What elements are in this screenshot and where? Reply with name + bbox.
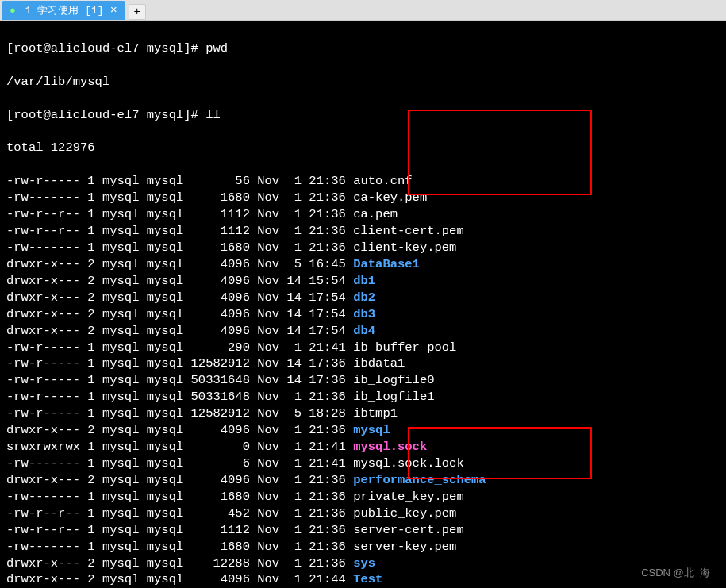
file-name: ca.pem [353, 207, 398, 221]
terminal[interactable]: [root@alicloud-el7 mysql]# pwd /var/lib/… [0, 21, 726, 588]
file-attrs: -rw------- 1 mysql mysql 1680 Nov 1 21:3… [6, 190, 353, 205]
list-item: -rw-r----- 1 mysql mysql 12582912 Nov 5 … [6, 405, 720, 422]
file-attrs: -rw-r--r-- 1 mysql mysql 1112 Nov 1 21:3… [6, 224, 353, 238]
list-item: drwxr-x--- 2 mysql mysql 4096 Nov 14 17:… [6, 306, 720, 323]
list-item: drwxr-x--- 2 mysql mysql 12288 Nov 1 21:… [6, 555, 720, 572]
file-name: db3 [353, 307, 375, 321]
list-item: -rw-r--r-- 1 mysql mysql 452 Nov 1 21:36… [6, 505, 720, 522]
file-attrs: -rw-r----- 1 mysql mysql 56 Nov 1 21:36 [6, 174, 353, 188]
file-name: client-key.pem [353, 240, 456, 255]
file-attrs: drwxr-x--- 2 mysql mysql 4096 Nov 14 17:… [6, 307, 353, 321]
file-attrs: -rw-r----- 1 mysql mysql 12582912 Nov 5 … [6, 406, 353, 421]
file-attrs: -rw-r--r-- 1 mysql mysql 1112 Nov 1 21:3… [6, 207, 353, 221]
list-item: -rw-r--r-- 1 mysql mysql 1112 Nov 1 21:3… [6, 522, 720, 539]
file-attrs: -rw-r--r-- 1 mysql mysql 452 Nov 1 21:36 [6, 506, 353, 521]
file-name: auto.cnf [353, 174, 412, 188]
file-name: mysql.sock.lock [353, 456, 464, 471]
list-item: -rw-r----- 1 mysql mysql 50331648 Nov 14… [6, 372, 720, 389]
file-attrs: -rw------- 1 mysql mysql 1680 Nov 1 21:3… [6, 240, 353, 255]
file-name: client-cert.pem [353, 224, 464, 238]
file-attrs: drwxr-x--- 2 mysql mysql 4096 Nov 14 17:… [6, 290, 353, 305]
list-item: -rw------- 1 mysql mysql 1680 Nov 1 21:3… [6, 539, 720, 555]
tab-status-icon [10, 5, 19, 17]
list-item: -rw------- 1 mysql mysql 1680 Nov 1 21:3… [6, 240, 720, 256]
file-attrs: -rw-r----- 1 mysql mysql 290 Nov 1 21:41 [6, 340, 353, 355]
list-item: -rw------- 1 mysql mysql 1680 Nov 1 21:3… [6, 190, 720, 206]
list-item: -rw-r--r-- 1 mysql mysql 1112 Nov 1 21:3… [6, 223, 720, 240]
list-item: srwxrwxrwx 1 mysql mysql 0 Nov 1 21:41 m… [6, 439, 720, 455]
file-attrs: -rw------- 1 mysql mysql 1680 Nov 1 21:3… [6, 490, 353, 504]
file-attrs: -rw-r--r-- 1 mysql mysql 1112 Nov 1 21:3… [6, 523, 353, 537]
file-name: server-cert.pem [353, 523, 464, 537]
file-name: ib_buffer_pool [353, 340, 456, 355]
list-item: -rw-r----- 1 mysql mysql 12582912 Nov 14… [6, 355, 720, 372]
list-item: drwxr-x--- 2 mysql mysql 4096 Nov 14 17:… [6, 290, 720, 306]
file-name: mysql [353, 423, 390, 437]
list-item: drwxr-x--- 2 mysql mysql 4096 Nov 1 21:4… [6, 571, 720, 588]
output-line: /var/lib/mysql [6, 75, 109, 89]
file-attrs: drwxr-x--- 2 mysql mysql 4096 Nov 1 21:3… [6, 423, 353, 437]
list-item: drwxr-x--- 2 mysql mysql 4096 Nov 14 15:… [6, 273, 720, 290]
file-name: ibtmp1 [353, 406, 398, 421]
file-name: server-key.pem [353, 540, 456, 554]
file-name: db2 [353, 290, 375, 305]
file-attrs: -rw-r----- 1 mysql mysql 50331648 Nov 14… [6, 373, 353, 387]
file-name: db4 [353, 324, 375, 338]
file-attrs: drwxr-x--- 2 mysql mysql 4096 Nov 5 16:4… [6, 257, 353, 271]
list-item: -rw-r--r-- 1 mysql mysql 1112 Nov 1 21:3… [6, 206, 720, 223]
file-name: ib_logfile0 [353, 373, 434, 387]
command-text: pwd [206, 41, 228, 56]
list-item: drwxr-x--- 2 mysql mysql 4096 Nov 1 21:3… [6, 472, 720, 489]
list-item: -rw-r----- 1 mysql mysql 290 Nov 1 21:41… [6, 340, 720, 356]
file-attrs: drwxr-x--- 2 mysql mysql 12288 Nov 1 21:… [6, 556, 353, 571]
file-name: performance_schema [353, 473, 486, 487]
list-item: -rw-r----- 1 mysql mysql 56 Nov 1 21:36 … [6, 173, 720, 190]
file-name: db1 [353, 274, 375, 288]
list-item: -rw------- 1 mysql mysql 6 Nov 1 21:41 m… [6, 455, 720, 472]
prompt: [root@alicloud-el7 mysql]# [6, 41, 206, 56]
tab-bar: 1 学习使用 [1] × + [0, 0, 726, 21]
close-icon[interactable]: × [110, 5, 117, 17]
file-attrs: -rw------- 1 mysql mysql 6 Nov 1 21:41 [6, 456, 353, 471]
output-line: total 122976 [6, 140, 95, 155]
file-name: DataBase1 [353, 257, 420, 271]
file-name: mysql.sock [353, 440, 427, 454]
prompt: [root@alicloud-el7 mysql]# [6, 108, 206, 122]
active-tab[interactable]: 1 学习使用 [1] × [2, 1, 125, 20]
file-name: sys [353, 556, 375, 571]
file-attrs: srwxrwxrwx 1 mysql mysql 0 Nov 1 21:41 [6, 440, 353, 454]
file-attrs: drwxr-x--- 2 mysql mysql 4096 Nov 1 21:4… [6, 572, 353, 586]
add-tab-button[interactable]: + [129, 4, 146, 20]
file-attrs: -rw-r----- 1 mysql mysql 50331648 Nov 1 … [6, 390, 353, 404]
list-item: drwxr-x--- 2 mysql mysql 4096 Nov 1 21:3… [6, 422, 720, 439]
file-listing: -rw-r----- 1 mysql mysql 56 Nov 1 21:36 … [6, 173, 720, 588]
list-item: drwxr-x--- 2 mysql mysql 4096 Nov 14 17:… [6, 323, 720, 340]
file-name: public_key.pem [353, 506, 456, 521]
tab-title: 1 学习使用 [1] [25, 3, 104, 17]
file-name: ibdata1 [353, 356, 405, 371]
file-attrs: -rw-r----- 1 mysql mysql 12582912 Nov 14… [6, 356, 353, 371]
watermark: CSDN @北 海 [641, 566, 710, 580]
command-text: ll [206, 108, 221, 122]
file-attrs: drwxr-x--- 2 mysql mysql 4096 Nov 14 17:… [6, 324, 353, 338]
file-name: ib_logfile1 [353, 390, 434, 404]
file-attrs: -rw------- 1 mysql mysql 1680 Nov 1 21:3… [6, 540, 353, 554]
file-name: private_key.pem [353, 490, 464, 504]
list-item: drwxr-x--- 2 mysql mysql 4096 Nov 5 16:4… [6, 256, 720, 273]
list-item: -rw-r----- 1 mysql mysql 50331648 Nov 1 … [6, 389, 720, 405]
file-name: ca-key.pem [353, 190, 427, 205]
list-item: -rw------- 1 mysql mysql 1680 Nov 1 21:3… [6, 489, 720, 505]
file-attrs: drwxr-x--- 2 mysql mysql 4096 Nov 14 15:… [6, 274, 353, 288]
file-attrs: drwxr-x--- 2 mysql mysql 4096 Nov 1 21:3… [6, 473, 353, 487]
file-name: Test [353, 572, 382, 586]
